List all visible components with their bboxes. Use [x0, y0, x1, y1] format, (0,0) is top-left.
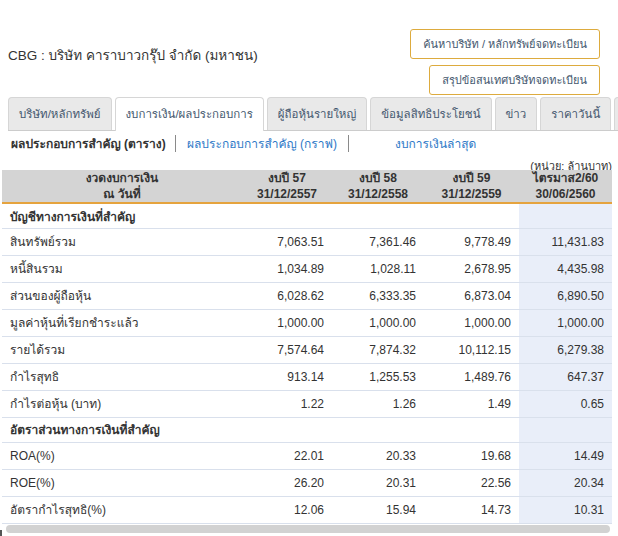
row-label: กำไรต่อหุ้น (บาท): [2, 390, 242, 417]
cell-value: 26.20: [242, 469, 332, 496]
table-row: สินทรัพย์รวม 7,063.51 7,361.46 9,778.49 …: [2, 228, 612, 255]
cell-value: 10.31: [519, 496, 612, 523]
cell-value: 647.37: [519, 363, 612, 390]
row-label: หนี้สินรวม: [2, 255, 242, 282]
cell-value: 11,431.83: [519, 228, 612, 255]
tab-company-securities[interactable]: บริษัท/หลักทรัพย์: [8, 97, 112, 130]
table-header: งวดงบการเงิน ณ วันที่ งบปี 57 31/12/2557…: [2, 170, 612, 203]
cell-value: 1,000.00: [242, 309, 332, 336]
table-row: ส่วนของผู้ถือหุ้น 6,028.62 6,333.35 6,87…: [2, 282, 612, 309]
cell-value: 22.01: [242, 442, 332, 469]
cell-value: 1.22: [242, 390, 332, 417]
top-actions: ค้นหาบริษัท / หลักทรัพย์จดทะเบียน สรุปข้…: [410, 29, 600, 95]
table-row: อัตรากำไรสุทธิ(%) 12.06 15.94 14.73 10.3…: [2, 496, 612, 523]
tab-historical-price[interactable]: ราคาย้อนหลัง: [614, 97, 618, 130]
table-row: หนี้สินรวม 1,034.89 1,028.11 2,678.95 4,…: [2, 255, 612, 282]
header-year-57: งบปี 57 31/12/2557: [242, 170, 332, 203]
table-row: ROE(%) 26.20 20.31 22.56 20.34: [2, 469, 612, 496]
section-accounts: บัญชีทางการเงินที่สำคัญ: [2, 203, 612, 228]
table-row: กำไรต่อหุ้น (บาท) 1.22 1.26 1.49 0.65: [2, 390, 612, 417]
subtab-key-results-graph[interactable]: ผลประกอบการสำคัญ (กราฟ): [176, 134, 349, 153]
cell-value: 14.73: [424, 496, 519, 523]
table-row: ROA(%) 22.01 20.33 19.68 14.49: [2, 442, 612, 469]
cell-value: 1,000.00: [424, 309, 519, 336]
tab-financials[interactable]: งบการเงิน/ผลประกอบการ: [115, 97, 264, 131]
cell-value: 22.56: [424, 469, 519, 496]
search-company-button[interactable]: ค้นหาบริษัท / หลักทรัพย์จดทะเบียน: [410, 29, 600, 59]
cell-value: 1,034.89: [242, 255, 332, 282]
company-summary-button[interactable]: สรุปข้อสนเทศบริษัทจดทะเบียน: [429, 65, 600, 95]
horizontal-scrollbar[interactable]: [6, 525, 610, 533]
cell-value: 6,873.04: [424, 282, 519, 309]
cell-value: 1,489.76: [424, 363, 519, 390]
cell-value: 6,890.50: [519, 282, 612, 309]
tab-price-today[interactable]: ราคาวันนี้: [540, 97, 611, 130]
tab-major-shareholders[interactable]: ผู้ถือหุ้นรายใหญ่: [267, 97, 367, 130]
cell-value: 10,112.15: [424, 336, 519, 363]
cell-value: 20.31: [332, 469, 424, 496]
cell-value: 19.68: [424, 442, 519, 469]
tab-rights-info[interactable]: ข้อมูลสิทธิประโยชน์: [370, 97, 491, 130]
page-corner-mark: [0, 530, 2, 536]
tab-news[interactable]: ข่าว: [495, 97, 538, 130]
cell-value: 1,000.00: [332, 309, 424, 336]
header-year-59: งบปี 59 31/12/2559: [424, 170, 519, 203]
row-label: รายได้รวม: [2, 336, 242, 363]
row-label: อัตรากำไรสุทธิ(%): [2, 496, 242, 523]
row-label: ส่วนของผู้ถือหุ้น: [2, 282, 242, 309]
cell-value: 12.06: [242, 496, 332, 523]
row-label: ROE(%): [2, 469, 242, 496]
cell-value: 4,435.98: [519, 255, 612, 282]
page-title: CBG : บริษัท คาราบาวกรุ๊ป จำกัด (มหาชน): [8, 44, 258, 66]
main-tabbar: บริษัท/หลักทรัพย์ งบการเงิน/ผลประกอบการ …: [8, 97, 618, 131]
cell-value: 20.33: [332, 442, 424, 469]
header-year-58: งบปี 58 31/12/2558: [332, 170, 424, 203]
cell-value: 2,678.95: [424, 255, 519, 282]
row-label: มูลค่าหุ้นที่เรียกชำระแล้ว: [2, 309, 242, 336]
row-label: ROA(%): [2, 442, 242, 469]
cell-value: 913.14: [242, 363, 332, 390]
cell-value: 9,778.49: [424, 228, 519, 255]
cell-value: 14.49: [519, 442, 612, 469]
cell-value: 1.49: [424, 390, 519, 417]
table-row: กำไรสุทธิ 913.14 1,255.53 1,489.76 647.3…: [2, 363, 612, 390]
section-ratios: อัตราส่วนทางการเงินที่สำคัญ: [2, 417, 612, 442]
subtab-latest-financials[interactable]: งบการเงินล่าสุด: [349, 134, 522, 153]
cell-value: 1,028.11: [332, 255, 424, 282]
section-title: บัญชีทางการเงินที่สำคัญ: [2, 203, 519, 228]
financial-table: งวดงบการเงิน ณ วันที่ งบปี 57 31/12/2557…: [2, 170, 612, 524]
cell-value: 6,333.35: [332, 282, 424, 309]
cell-value: 1,255.53: [332, 363, 424, 390]
header-period: งวดงบการเงิน ณ วันที่: [2, 170, 242, 203]
cell-value: 7,361.46: [332, 228, 424, 255]
cell-value: 7,574.64: [242, 336, 332, 363]
subtab-key-results-table[interactable]: ผลประกอบการสำคัญ (ตาราง): [2, 134, 175, 153]
header-quarter-2-60: ไตรมาส2/60 30/06/2560: [519, 170, 612, 203]
cell-value: 7,874.32: [332, 336, 424, 363]
section-title: อัตราส่วนทางการเงินที่สำคัญ: [2, 417, 519, 442]
sub-tabbar: ผลประกอบการสำคัญ (ตาราง) ผลประกอบการสำคั…: [2, 134, 522, 153]
cell-value: 20.34: [519, 469, 612, 496]
cell-value: 7,063.51: [242, 228, 332, 255]
cell-value: 1.26: [332, 390, 424, 417]
table-row: มูลค่าหุ้นที่เรียกชำระแล้ว 1,000.00 1,00…: [2, 309, 612, 336]
cell-value: 6,028.62: [242, 282, 332, 309]
row-label: สินทรัพย์รวม: [2, 228, 242, 255]
row-label: กำไรสุทธิ: [2, 363, 242, 390]
cell-value: 15.94: [332, 496, 424, 523]
table-row: รายได้รวม 7,574.64 7,874.32 10,112.15 6,…: [2, 336, 612, 363]
cell-value: 0.65: [519, 390, 612, 417]
cell-value: 6,279.38: [519, 336, 612, 363]
cell-value: 1,000.00: [519, 309, 612, 336]
page: CBG : บริษัท คาราบาวกรุ๊ป จำกัด (มหาชน) …: [0, 0, 618, 536]
